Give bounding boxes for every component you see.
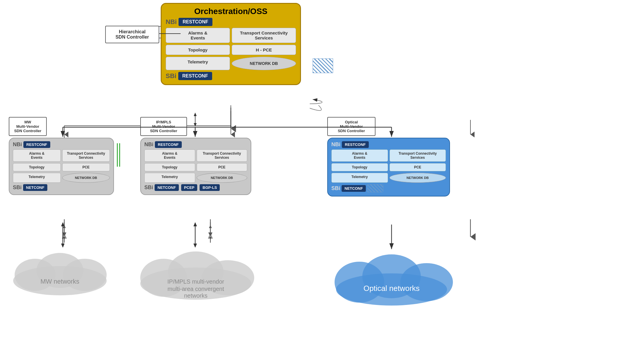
svg-text:MW networks: MW networks [40,278,79,285]
mw-restconf[interactable]: RESTCONF [23,141,50,148]
svg-marker-54 [193,222,197,226]
ipmpls-telemetry: Telemetry [144,173,195,183]
orch-inner-grid: Alarms &Events Transport ConnectivitySer… [166,28,296,70]
optical-telemetry: Telemetry [331,173,388,183]
orch-nbi-row: NBi RESTCONF [166,18,296,26]
svg-marker-19 [63,237,66,240]
optical-inner-grid: Alarms &Events Transport ConnectivitySer… [331,149,446,183]
optical-restconf[interactable]: RESTCONF [342,141,369,148]
ipmpls-netconf[interactable]: NETCONF [155,184,179,191]
svg-text:networks: networks [184,292,207,299]
optical-controller-group: OpticalMulti-VendorSDN Controller NBi RE… [327,117,450,196]
svg-point-41 [400,263,453,301]
optical-transport: Transport ConnectivityServices [389,149,446,162]
svg-text:IP/MPLS multi-vendor: IP/MPLS multi-vendor [167,278,224,285]
svg-point-29 [63,259,107,291]
optical-label: OpticalMulti-VendorSDN Controller [327,117,375,136]
mw-inner-grid: Alarms &Events Transport ConnectivitySer… [13,149,110,183]
ipmpls-bgpls[interactable]: BGP-LS [200,184,220,191]
ipmpls-alarms: Alarms &Events [144,149,195,162]
optical-sbi-label: SBi [331,185,340,192]
hierarchical-sdn-label: Hierarchical SDN Controller [105,26,159,43]
mw-label: MWMulti-VendorSDN Controller [9,117,47,136]
optical-topology: Topology [331,163,388,171]
orch-transport-cell: Transport ConnectivityServices [232,28,296,43]
orch-sbi-row: SBi RESTCONF [166,72,296,80]
mw-sbi-label: SBi [13,184,22,191]
mw-sbi-row: SBi NETCONF [13,184,110,191]
optical-networkdb: NETWORK DB [389,173,446,183]
svg-marker-10 [208,232,212,237]
svg-text:Optical networks: Optical networks [363,284,420,293]
svg-marker-22 [209,237,212,240]
mw-pce: PCE [62,163,110,171]
optical-sbi-row: SBi NETCONF [331,184,446,192]
ipmpls-nbi-label: NBi [144,142,153,148]
svg-marker-23 [209,225,212,228]
ipmpls-inner-grid: Alarms &Events Transport ConnectivitySer… [144,149,247,183]
mw-alarms: Alarms &Events [13,149,61,162]
ipmpls-pcep[interactable]: PCEP [181,184,197,191]
ipmpls-transport: Transport ConnectivityServices [197,149,247,162]
ipmpls-pce: PCE [197,163,247,171]
ipmpls-inner-box: NBi RESTCONF Alarms &Events Transport Co… [140,138,251,195]
svg-marker-51 [61,222,65,226]
orch-nbi-label: NBi [166,18,177,26]
orch-alarms-cell: Alarms &Events [166,28,230,43]
svg-marker-11 [208,234,212,238]
orch-sbi-restconf[interactable]: RESTCONF [178,72,212,80]
optical-hatched-small [367,184,383,192]
ipmpls-topology: Topology [144,163,195,171]
ipmpls-controller-group: IP/MPLSMulti-VendorSDN Controller NBi RE… [140,117,251,195]
orch-sbi-label: SBi [166,72,176,80]
ipmpls-networkdb: NETWORK DB [197,173,247,183]
mw-controller-group: MWMulti-VendorSDN Controller NBi RESTCON… [9,117,114,195]
ipmpls-sbi-row: SBi NETCONF PCEP BGP-LS [144,184,247,191]
mw-transport: Transport ConnectivityServices [62,149,110,162]
orch-networkdb-cell: NETWORK DB [232,57,296,70]
ipmpls-restconf[interactable]: RESTCONF [155,141,182,148]
svg-marker-60 [194,113,197,116]
orchestration-box: Orchestration/OSS NBi RESTCONF Alarms &E… [161,3,301,85]
ipmpls-nbi-row: NBi RESTCONF [144,141,247,148]
optical-nbi-row: NBi RESTCONF [331,141,446,148]
mw-nbi-label: NBi [13,142,22,148]
mw-topology: Topology [13,163,61,171]
ipmpls-label: IP/MPLSMulti-VendorSDN Controller [140,117,187,136]
mw-cloud: MW networks [9,246,111,296]
ipmpls-cloud: IP/MPLS multi-vendor multi-area converge… [134,246,257,302]
orch-restconf-btn[interactable]: RESTCONF [179,18,212,26]
mw-netconf[interactable]: NETCONF [23,184,47,191]
hatched-pattern-box [313,58,333,73]
optical-alarms: Alarms &Events [331,149,388,162]
ipmpls-sbi-label: SBi [144,184,153,191]
orch-topology-cell: Topology [166,45,230,55]
svg-marker-7 [62,234,66,238]
orch-telemetry-cell: Telemetry [166,57,230,70]
mw-telemetry: Telemetry [13,173,61,183]
optical-cloud: Optical networks [330,249,453,308]
mw-networkdb: NETWORK DB [62,173,110,183]
optical-pce: PCE [389,163,446,171]
svg-marker-6 [62,232,66,237]
optical-inner-box: NBi RESTCONF Alarms &Events Transport Co… [327,138,450,196]
optical-nbi-label: NBi [331,142,340,148]
optical-netconf[interactable]: NETCONF [342,185,366,192]
orchestration-title: Orchestration/OSS [166,7,296,16]
orch-hpce-cell: H - PCE [232,45,296,55]
mw-nbi-row: NBi RESTCONF [13,141,110,148]
svg-marker-20 [63,225,66,228]
svg-text:multi-area convergent: multi-area convergent [167,286,224,292]
mw-inner-box: NBi RESTCONF Alarms &Events Transport Co… [9,138,114,195]
